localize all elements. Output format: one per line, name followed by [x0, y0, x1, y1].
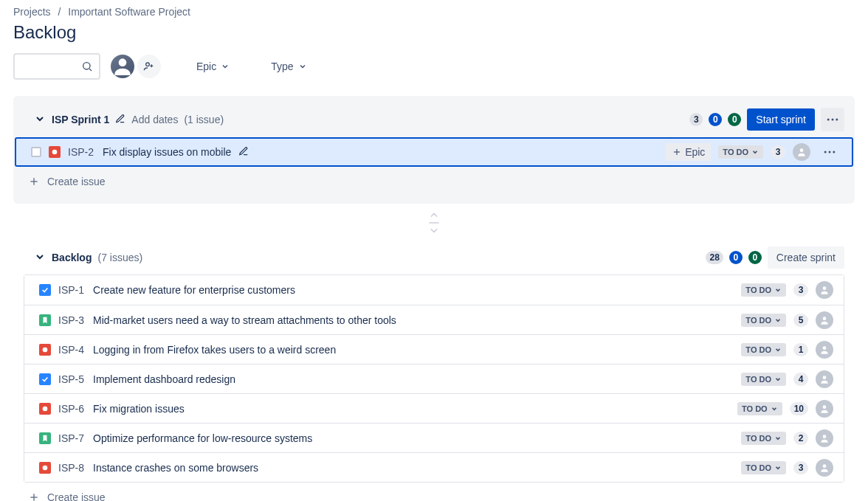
backlog-create-issue[interactable]: Create issue [13, 483, 855, 501]
chevron-down-icon [34, 251, 46, 263]
epic-filter-dropdown[interactable]: Epic [190, 56, 235, 77]
type-filter-dropdown[interactable]: Type [265, 56, 312, 77]
unassigned-avatar[interactable] [816, 400, 833, 418]
story-points: 2 [793, 432, 808, 445]
sprint-done-count: 0 [728, 113, 741, 126]
chevron-down-icon [34, 113, 46, 125]
issue-key[interactable]: ISP-6 [58, 403, 84, 415]
story-points: 3 [793, 283, 808, 297]
status-lozenge[interactable]: TO DO [741, 461, 786, 474]
svg-point-12 [800, 148, 804, 152]
backlog-panel: Backlog (7 issues) 28 0 0 Create sprint … [13, 242, 855, 501]
status-lozenge[interactable]: TO DO [741, 373, 786, 386]
backlog-collapse-toggle[interactable] [34, 251, 46, 265]
unassigned-avatar[interactable] [793, 143, 810, 161]
issue-key[interactable]: ISP-5 [58, 373, 84, 385]
issue-key[interactable]: ISP-4 [58, 344, 84, 356]
sprint-create-issue[interactable]: Create issue [13, 167, 855, 196]
issue-row[interactable]: ISP-6Fix migration issuesTO DO10 [24, 393, 844, 423]
issue-row[interactable]: ISP-5Implement dashboard redesignTO DO4 [24, 364, 844, 393]
issue-row[interactable]: ISP-2Fix display issues on mobileEpicTO … [15, 137, 853, 167]
issue-row[interactable]: ISP-8Instance crashes on some browsersTO… [24, 452, 844, 482]
issue-summary[interactable]: Fix display issues on mobile [103, 146, 231, 158]
status-lozenge[interactable]: TO DO [741, 432, 786, 445]
sprint-inprogress-count: 0 [709, 113, 722, 126]
svg-point-3 [146, 63, 150, 66]
issue-row[interactable]: ISP-7Optimize performance for low-resour… [24, 423, 844, 452]
story-points: 3 [771, 145, 785, 159]
edit-summary[interactable] [238, 146, 249, 159]
status-lozenge[interactable]: TO DO [718, 145, 763, 159]
sprint-name: ISP Sprint 1 [52, 114, 109, 125]
chevron-down-icon [751, 148, 759, 156]
start-sprint-button[interactable]: Start sprint [747, 108, 815, 131]
unassigned-avatar[interactable] [816, 429, 833, 447]
issue-summary[interactable]: Optimize performance for low-resource sy… [93, 432, 312, 444]
backlog-done-count: 0 [748, 251, 762, 264]
status-lozenge[interactable]: TO DO [741, 314, 786, 327]
sprint-more-button[interactable] [821, 108, 844, 131]
page-title: Backlog [13, 22, 855, 43]
issue-summary[interactable]: Create new feature for enterprise custom… [93, 284, 295, 296]
story-points: 5 [793, 314, 808, 327]
unassigned-avatar[interactable] [816, 341, 833, 359]
issue-summary[interactable]: Implement dashboard redesign [93, 373, 235, 385]
create-sprint-button[interactable]: Create sprint [768, 246, 844, 269]
chevron-down-icon [774, 435, 782, 442]
edit-sprint-dates[interactable] [115, 114, 125, 126]
issue-key[interactable]: ISP-2 [68, 146, 94, 158]
svg-point-8 [836, 119, 838, 121]
backlog-inprogress-count: 0 [729, 251, 743, 264]
issue-key[interactable]: ISP-3 [58, 314, 84, 326]
issue-summary[interactable]: Logging in from Firefox takes users to a… [93, 344, 336, 356]
svg-point-9 [52, 150, 58, 155]
svg-point-20 [823, 317, 827, 320]
person-icon [111, 55, 134, 78]
story-points: 3 [793, 461, 808, 474]
drag-handle[interactable] [13, 214, 855, 232]
search-input[interactable] [13, 53, 100, 80]
issue-summary[interactable]: Instance crashes on some browsers [93, 462, 258, 474]
issue-row[interactable]: ISP-1Create new feature for enterprise c… [24, 275, 844, 305]
issue-key[interactable]: ISP-7 [58, 432, 84, 444]
sprint-collapse-toggle[interactable] [34, 113, 46, 127]
unassigned-avatar[interactable] [816, 370, 833, 388]
breadcrumb-separator: / [58, 6, 61, 18]
issue-row[interactable]: ISP-4Logging in from Firefox takes users… [24, 334, 844, 364]
issue-summary[interactable]: Fix migration issues [93, 403, 185, 415]
sprint-todo-count: 3 [689, 113, 703, 126]
create-issue-label: Create issue [47, 491, 106, 501]
breadcrumb-root[interactable]: Projects [13, 6, 51, 18]
plus-icon [28, 491, 40, 501]
issue-key[interactable]: ISP-8 [58, 462, 84, 474]
issue-summary[interactable]: Mid-market users need a way to stream at… [93, 314, 396, 326]
issue-row[interactable]: ISP-3Mid-market users need a way to stre… [24, 305, 844, 334]
svg-point-7 [832, 119, 834, 121]
issue-more-button[interactable] [818, 140, 841, 164]
grip-icon [427, 227, 441, 234]
breadcrumb-project[interactable]: Important Software Project [68, 6, 190, 18]
svg-point-24 [43, 406, 48, 411]
sprint-issue-count: (1 issue) [184, 114, 224, 125]
unassigned-avatar[interactable] [816, 459, 833, 477]
chevron-down-icon [221, 62, 230, 71]
assign-epic-button[interactable]: Epic [666, 143, 711, 161]
story-points: 4 [793, 373, 808, 386]
issue-checkbox[interactable] [31, 147, 41, 157]
issue-key[interactable]: ISP-1 [58, 284, 84, 296]
pencil-icon [238, 146, 249, 156]
user-avatar[interactable] [111, 55, 134, 78]
backlog-title: Backlog [52, 252, 92, 263]
status-lozenge[interactable]: TO DO [737, 402, 782, 415]
bug-icon [49, 146, 61, 158]
grip-icon [427, 212, 441, 219]
chevron-down-icon [298, 62, 307, 71]
plus-icon [28, 176, 40, 187]
chevron-down-icon [774, 346, 782, 353]
add-people-button[interactable] [137, 55, 161, 78]
status-lozenge[interactable]: TO DO [741, 283, 786, 297]
sprint-add-dates-label[interactable]: Add dates [131, 114, 178, 125]
unassigned-avatar[interactable] [816, 281, 833, 299]
status-lozenge[interactable]: TO DO [741, 343, 786, 356]
unassigned-avatar[interactable] [816, 311, 833, 329]
